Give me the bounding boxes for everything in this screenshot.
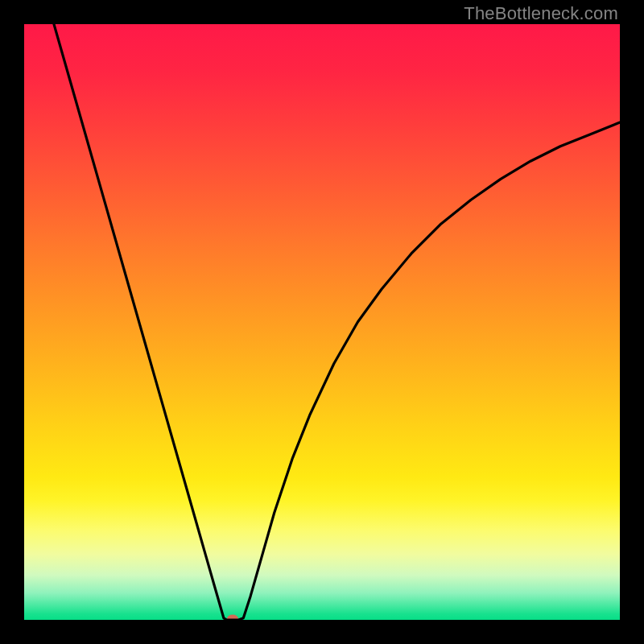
chart-svg (24, 24, 620, 620)
watermark-text: TheBottleneck.com (464, 3, 618, 24)
chart-background (24, 24, 620, 620)
chart-frame (24, 24, 620, 620)
